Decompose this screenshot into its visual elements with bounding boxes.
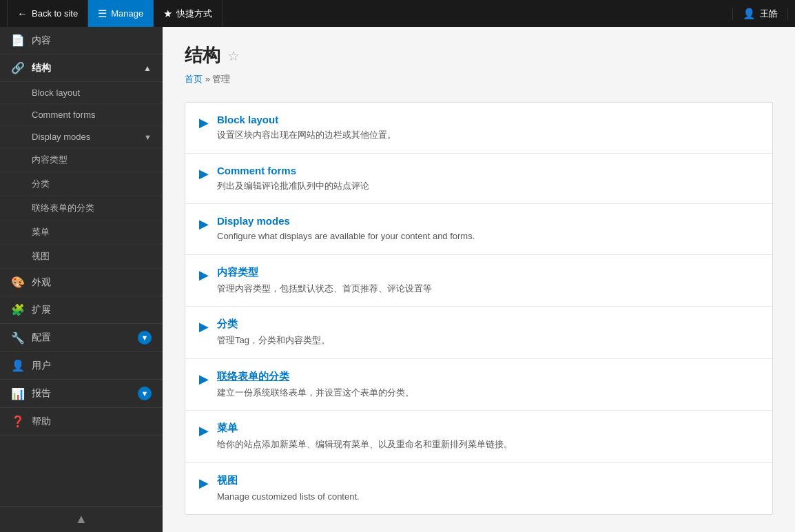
sidebar-item-config[interactable]: 🔧 配置 ▼ [0,324,163,352]
config-chevron-down-icon: ▼ [138,331,152,345]
sidebar-item-structure[interactable]: 🔗 结构 ▲ [0,54,163,82]
sidebar-sub-comment-forms[interactable]: Comment forms [0,104,163,126]
section-desc-views: Manage customized lists of content. [217,490,758,504]
appearance-icon: 🎨 [11,276,25,289]
structure-icon: 🔗 [11,61,25,74]
content-area: 结构 ☆ 首页 » 管理 ▶ Block layout 设置区块内容出现在网站的… [163,27,795,532]
section-arrow-icon: ▶ [199,475,209,491]
section-title-views[interactable]: 视图 [217,474,758,487]
section-arrow-icon: ▶ [199,267,209,283]
sidebar-sub-taxonomy[interactable]: 分类 [0,172,163,196]
content-icon: 📄 [11,34,25,47]
sidebar-item-appearance[interactable]: 🎨 外观 [0,269,163,296]
section-desc-content-types: 管理内容类型，包括默认状态、首页推荐、评论设置等 [217,282,758,296]
section-item-block-layout: ▶ Block layout 设置区块内容出现在网站的边栏或其他位置。 [185,103,772,154]
main-layout: 📄 内容 🔗 结构 ▲ Block layout Comment forms D… [0,27,795,532]
section-desc-menu: 给你的站点添加新菜单、编辑现有菜单、以及重命名和重新排列菜单链接。 [217,438,758,451]
sidebar-item-content[interactable]: 📄 内容 [0,27,163,54]
topbar: ← Back to site ☰ Manage ★ 快捷方式 👤 王皓 [0,0,795,27]
sidebar-bottom: ▲ [0,506,163,532]
help-icon: ❓ [11,415,25,428]
shortcuts-button[interactable]: ★ 快捷方式 [154,0,223,27]
section-title-menu[interactable]: 菜单 [217,422,758,435]
back-to-site-button[interactable]: ← Back to site [7,0,88,27]
favorite-icon[interactable]: ☆ [227,48,240,64]
section-arrow-icon: ▶ [199,115,209,130]
section-item-contact-taxonomy: ▶ 联络表单的分类 建立一份系统联络表单，并设置这个表单的分类。 [185,359,772,411]
section-item-content-types: ▶ 内容类型 管理内容类型，包括默认状态、首页推荐、评论设置等 [185,255,772,307]
sidebar-sub-contact-taxonomy[interactable]: 联络表单的分类 [0,196,163,221]
section-item-menu: ▶ 菜单 给你的站点添加新菜单、编辑现有菜单、以及重命名和重新排列菜单链接。 [185,411,772,463]
sidebar-collapse-icon[interactable]: ▲ [75,512,87,526]
sidebar-sub-views[interactable]: 视图 [0,245,163,269]
extend-icon: 🧩 [11,303,25,316]
section-list: ▶ Block layout 设置区块内容出现在网站的边栏或其他位置。 ▶ Co… [185,102,773,515]
section-desc-comment-forms: 列出及编辑评论批准队列中的站点评论 [217,179,758,193]
config-icon: 🔧 [11,331,25,345]
breadcrumb: 首页 » 管理 [185,73,773,85]
sidebar-item-help[interactable]: ❓ 帮助 [0,408,163,436]
section-desc-contact-taxonomy: 建立一份系统联络表单，并设置这个表单的分类。 [217,386,758,400]
sidebar-sub-block-layout[interactable]: Block layout [0,82,163,104]
reports-chevron-down-icon: ▼ [138,387,152,400]
chevron-up-icon: ▲ [143,63,152,73]
section-arrow-icon: ▶ [199,166,209,181]
section-title-content-types[interactable]: 内容类型 [217,266,758,279]
hamburger-icon: ☰ [98,8,107,20]
section-arrow-icon: ▶ [199,216,209,232]
page-title-row: 结构 ☆ [185,43,773,68]
sidebar-sub-menu[interactable]: 菜单 [0,221,163,245]
manage-button[interactable]: ☰ Manage [88,0,154,27]
section-arrow-icon: ▶ [199,371,209,387]
section-title-display-modes[interactable]: Display modes [217,215,758,227]
section-desc-display-modes: Configure what displays are available fo… [217,229,758,243]
section-desc-block-layout: 设置区块内容出现在网站的边栏或其他位置。 [217,128,758,142]
section-arrow-icon: ▶ [199,319,209,334]
section-desc-taxonomy: 管理Tag，分类和内容类型。 [217,334,758,347]
breadcrumb-home-link[interactable]: 首页 [185,74,203,84]
sidebar-sub-content-types[interactable]: 内容类型 [0,148,163,172]
section-title-contact-taxonomy[interactable]: 联络表单的分类 [217,370,758,383]
section-item-display-modes: ▶ Display modes Configure what displays … [185,204,772,255]
page-title: 结构 [185,43,220,68]
chevron-down-icon: ▼ [144,133,152,141]
users-icon: 👤 [11,359,25,372]
sidebar-item-extend[interactable]: 🧩 扩展 [0,296,163,324]
section-item-taxonomy: ▶ 分类 管理Tag，分类和内容类型。 [185,307,772,359]
back-icon: ← [17,8,28,19]
section-arrow-icon: ▶ [199,423,209,438]
sidebar-sub-display-modes[interactable]: Display modes ▼ [0,126,163,148]
reports-icon: 📊 [11,387,25,400]
section-title-comment-forms[interactable]: Comment forms [217,165,758,176]
section-item-views: ▶ 视图 Manage customized lists of content. [185,463,772,515]
section-title-taxonomy[interactable]: 分类 [217,318,758,331]
sidebar: 📄 内容 🔗 结构 ▲ Block layout Comment forms D… [0,27,163,532]
user-menu-button[interactable]: 👤 王皓 [732,8,788,20]
sidebar-item-reports[interactable]: 📊 报告 ▼ [0,380,163,408]
user-icon: 👤 [743,8,756,20]
section-item-comment-forms: ▶ Comment forms 列出及编辑评论批准队列中的站点评论 [185,154,772,205]
star-icon: ★ [163,8,172,20]
sidebar-item-users[interactable]: 👤 用户 [0,352,163,380]
section-title-block-layout[interactable]: Block layout [217,114,758,125]
